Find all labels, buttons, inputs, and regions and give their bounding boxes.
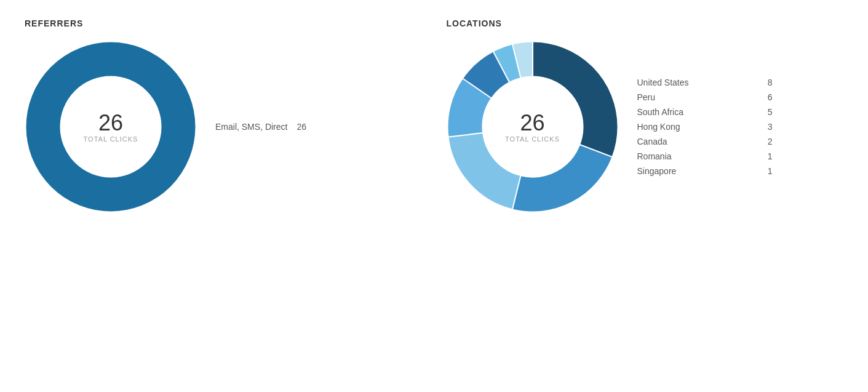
location-count: 6 (768, 92, 773, 102)
location-item: Singapore1 (637, 166, 773, 176)
locations-total-number: 26 (505, 111, 560, 135)
locations-content: 26 TOTAL CLICKS United States8Peru6South… (447, 41, 844, 213)
referrers-total-number: 26 (84, 111, 138, 135)
locations-donut-wrapper: 26 TOTAL CLICKS (447, 41, 619, 213)
location-count: 1 (768, 166, 773, 176)
location-item: South Africa5 (637, 107, 773, 117)
locations-panel: LOCATIONS 26 TOTAL CLICKS United States8… (434, 18, 856, 374)
location-name: South Africa (637, 107, 755, 117)
referrers-donut-center: 26 TOTAL CLICKS (84, 111, 138, 143)
locations-donut-center: 26 TOTAL CLICKS (505, 111, 560, 143)
location-item: United States8 (637, 78, 773, 87)
referrer-list: Email, SMS, Direct26 (215, 122, 306, 132)
referrer-count: 26 (297, 122, 306, 132)
location-name: United States (637, 78, 755, 87)
location-item: Canada2 (637, 137, 773, 146)
location-count: 2 (768, 137, 773, 146)
referrers-title: REFERRERS (25, 18, 83, 28)
location-count: 5 (768, 107, 773, 117)
location-name: Canada (637, 137, 755, 146)
locations-title: LOCATIONS (447, 18, 502, 28)
referrers-total-label: TOTAL CLICKS (84, 135, 138, 143)
location-name: Peru (637, 92, 755, 102)
location-count: 1 (768, 151, 773, 161)
location-count: 8 (768, 78, 773, 87)
location-count: 3 (768, 122, 773, 132)
location-name: Romania (637, 151, 755, 161)
location-name: Singapore (637, 166, 755, 176)
referrers-donut-wrapper: 26 TOTAL CLICKS (25, 41, 197, 213)
locations-total-label: TOTAL CLICKS (505, 135, 560, 143)
location-name: Hong Kong (637, 122, 755, 132)
location-list: United States8Peru6South Africa5Hong Kon… (637, 78, 773, 176)
location-item: Romania1 (637, 151, 773, 161)
referrers-content: 26 TOTAL CLICKS Email, SMS, Direct26 (25, 41, 422, 213)
location-item: Peru6 (637, 92, 773, 102)
referrers-panel: REFERRERS 26 TOTAL CLICKS Email, SMS, Di… (12, 18, 434, 374)
referrer-label: Email, SMS, Direct (215, 122, 287, 132)
location-item: Hong Kong3 (637, 122, 773, 132)
referrer-item: Email, SMS, Direct26 (215, 122, 306, 132)
